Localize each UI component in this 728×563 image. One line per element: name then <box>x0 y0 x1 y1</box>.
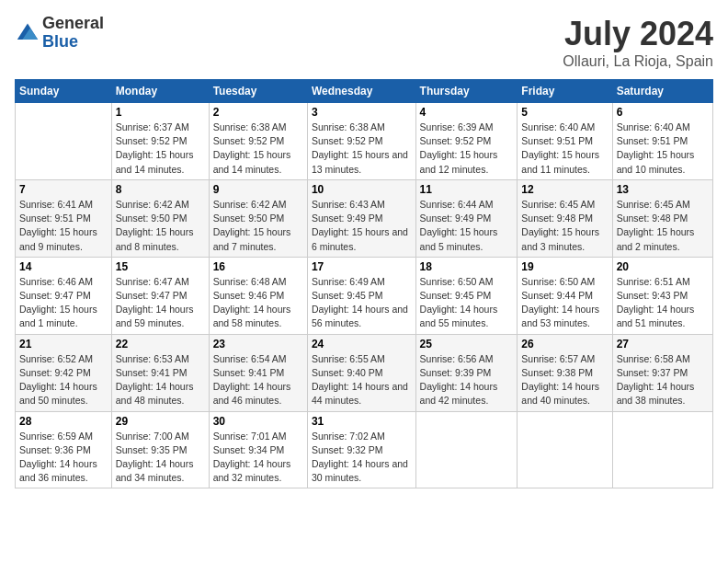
week-row-2: 7Sunrise: 6:41 AMSunset: 9:51 PMDaylight… <box>16 179 713 257</box>
day-cell: 10Sunrise: 6:43 AMSunset: 9:49 PMDayligh… <box>307 179 415 257</box>
week-row-5: 28Sunrise: 6:59 AMSunset: 9:36 PMDayligh… <box>16 411 713 488</box>
day-number: 19 <box>521 260 608 273</box>
day-number: 17 <box>312 260 412 273</box>
subtitle: Ollauri, La Rioja, Spain <box>563 53 713 70</box>
day-number: 16 <box>213 260 303 273</box>
day-cell: 12Sunrise: 6:45 AMSunset: 9:48 PMDayligh… <box>518 179 612 257</box>
day-cell: 8Sunrise: 6:42 AMSunset: 9:50 PMDaylight… <box>111 179 209 257</box>
day-info: Sunrise: 7:00 AMSunset: 9:35 PMDaylight:… <box>116 430 205 486</box>
day-info: Sunrise: 6:38 AMSunset: 9:52 PMDaylight:… <box>312 121 412 177</box>
header-row: SundayMondayTuesdayWednesdayThursdayFrid… <box>16 80 713 103</box>
week-row-3: 14Sunrise: 6:46 AMSunset: 9:47 PMDayligh… <box>16 257 713 334</box>
day-info: Sunrise: 6:37 AMSunset: 9:52 PMDaylight:… <box>116 121 205 177</box>
day-cell: 26Sunrise: 6:57 AMSunset: 9:38 PMDayligh… <box>518 334 612 411</box>
day-number: 26 <box>521 338 608 350</box>
day-number: 18 <box>420 260 514 273</box>
header: General Blue July 2024 Ollauri, La Rioja… <box>15 15 713 70</box>
day-info: Sunrise: 6:49 AMSunset: 9:45 PMDaylight:… <box>312 275 412 331</box>
day-number: 4 <box>420 106 514 119</box>
day-number: 6 <box>617 106 709 119</box>
day-cell: 22Sunrise: 6:53 AMSunset: 9:41 PMDayligh… <box>111 334 209 411</box>
day-number: 12 <box>521 183 608 196</box>
col-header-monday: Monday <box>111 80 209 103</box>
day-cell: 31Sunrise: 7:02 AMSunset: 9:32 PMDayligh… <box>307 411 415 488</box>
day-info: Sunrise: 6:40 AMSunset: 9:51 PMDaylight:… <box>521 121 608 177</box>
day-number: 29 <box>116 415 205 428</box>
day-cell: 16Sunrise: 6:48 AMSunset: 9:46 PMDayligh… <box>209 257 307 334</box>
day-number: 28 <box>19 415 108 428</box>
day-number: 1 <box>116 106 205 119</box>
day-cell: 23Sunrise: 6:54 AMSunset: 9:41 PMDayligh… <box>209 334 307 411</box>
day-cell: 21Sunrise: 6:52 AMSunset: 9:42 PMDayligh… <box>16 334 112 411</box>
day-info: Sunrise: 6:44 AMSunset: 9:49 PMDaylight:… <box>420 198 514 254</box>
col-header-friday: Friday <box>518 80 612 103</box>
day-number: 15 <box>116 260 205 273</box>
day-info: Sunrise: 6:45 AMSunset: 9:48 PMDaylight:… <box>521 198 608 254</box>
day-info: Sunrise: 6:41 AMSunset: 9:51 PMDaylight:… <box>19 198 108 254</box>
day-cell: 24Sunrise: 6:55 AMSunset: 9:40 PMDayligh… <box>307 334 415 411</box>
day-cell: 7Sunrise: 6:41 AMSunset: 9:51 PMDaylight… <box>16 179 112 257</box>
logo-icon <box>15 20 40 46</box>
col-header-wednesday: Wednesday <box>307 80 415 103</box>
day-number: 25 <box>420 338 514 350</box>
day-cell: 30Sunrise: 7:01 AMSunset: 9:34 PMDayligh… <box>209 411 307 488</box>
day-cell: 11Sunrise: 6:44 AMSunset: 9:49 PMDayligh… <box>415 179 518 257</box>
day-number: 22 <box>116 338 205 350</box>
day-number: 31 <box>312 415 412 428</box>
day-cell: 3Sunrise: 6:38 AMSunset: 9:52 PMDaylight… <box>307 103 415 180</box>
day-info: Sunrise: 6:59 AMSunset: 9:36 PMDaylight:… <box>19 430 108 486</box>
day-info: Sunrise: 6:56 AMSunset: 9:39 PMDaylight:… <box>420 352 514 408</box>
day-number: 27 <box>617 338 709 350</box>
day-cell: 29Sunrise: 7:00 AMSunset: 9:35 PMDayligh… <box>111 411 209 488</box>
day-cell: 1Sunrise: 6:37 AMSunset: 9:52 PMDaylight… <box>111 103 209 180</box>
day-info: Sunrise: 6:51 AMSunset: 9:43 PMDaylight:… <box>617 275 709 331</box>
day-info: Sunrise: 6:43 AMSunset: 9:49 PMDaylight:… <box>312 198 412 254</box>
day-cell: 17Sunrise: 6:49 AMSunset: 9:45 PMDayligh… <box>307 257 415 334</box>
day-number: 9 <box>213 183 303 196</box>
week-row-1: 1Sunrise: 6:37 AMSunset: 9:52 PMDaylight… <box>16 103 713 180</box>
day-info: Sunrise: 6:39 AMSunset: 9:52 PMDaylight:… <box>420 121 514 177</box>
title-block: July 2024 Ollauri, La Rioja, Spain <box>563 15 713 70</box>
day-number: 21 <box>19 338 108 350</box>
day-cell <box>612 411 712 488</box>
col-header-tuesday: Tuesday <box>209 80 307 103</box>
week-row-4: 21Sunrise: 6:52 AMSunset: 9:42 PMDayligh… <box>16 334 713 411</box>
day-info: Sunrise: 6:54 AMSunset: 9:41 PMDaylight:… <box>213 352 303 408</box>
day-info: Sunrise: 6:50 AMSunset: 9:45 PMDaylight:… <box>420 275 514 331</box>
day-cell: 6Sunrise: 6:40 AMSunset: 9:51 PMDaylight… <box>612 103 712 180</box>
day-number: 5 <box>521 106 608 119</box>
day-cell: 2Sunrise: 6:38 AMSunset: 9:52 PMDaylight… <box>209 103 307 180</box>
day-cell: 5Sunrise: 6:40 AMSunset: 9:51 PMDaylight… <box>518 103 612 180</box>
day-number: 24 <box>312 338 412 350</box>
day-number: 2 <box>213 106 303 119</box>
day-number: 8 <box>116 183 205 196</box>
calendar-table: SundayMondayTuesdayWednesdayThursdayFrid… <box>15 79 713 488</box>
day-number: 13 <box>617 183 709 196</box>
day-cell: 27Sunrise: 6:58 AMSunset: 9:37 PMDayligh… <box>612 334 712 411</box>
col-header-thursday: Thursday <box>415 80 518 103</box>
day-number: 10 <box>312 183 412 196</box>
day-info: Sunrise: 6:55 AMSunset: 9:40 PMDaylight:… <box>312 352 412 408</box>
day-number: 7 <box>19 183 108 196</box>
col-header-saturday: Saturday <box>612 80 712 103</box>
day-number: 11 <box>420 183 514 196</box>
day-cell: 18Sunrise: 6:50 AMSunset: 9:45 PMDayligh… <box>415 257 518 334</box>
logo-general: General <box>42 14 104 32</box>
day-cell: 20Sunrise: 6:51 AMSunset: 9:43 PMDayligh… <box>612 257 712 334</box>
day-cell: 28Sunrise: 6:59 AMSunset: 9:36 PMDayligh… <box>16 411 112 488</box>
day-info: Sunrise: 6:58 AMSunset: 9:37 PMDaylight:… <box>617 352 709 408</box>
day-number: 3 <box>312 106 412 119</box>
day-info: Sunrise: 6:47 AMSunset: 9:47 PMDaylight:… <box>116 275 205 331</box>
day-info: Sunrise: 6:42 AMSunset: 9:50 PMDaylight:… <box>213 198 303 254</box>
day-number: 23 <box>213 338 303 350</box>
page: General Blue July 2024 Ollauri, La Rioja… <box>0 0 728 563</box>
day-number: 20 <box>617 260 709 273</box>
logo-text: General Blue <box>42 15 104 52</box>
day-number: 14 <box>19 260 108 273</box>
day-info: Sunrise: 6:45 AMSunset: 9:48 PMDaylight:… <box>617 198 709 254</box>
logo: General Blue <box>15 15 104 52</box>
calendar-header: SundayMondayTuesdayWednesdayThursdayFrid… <box>16 80 713 103</box>
logo-blue: Blue <box>42 32 78 51</box>
day-info: Sunrise: 7:01 AMSunset: 9:34 PMDaylight:… <box>213 430 303 486</box>
day-number: 30 <box>213 415 303 428</box>
